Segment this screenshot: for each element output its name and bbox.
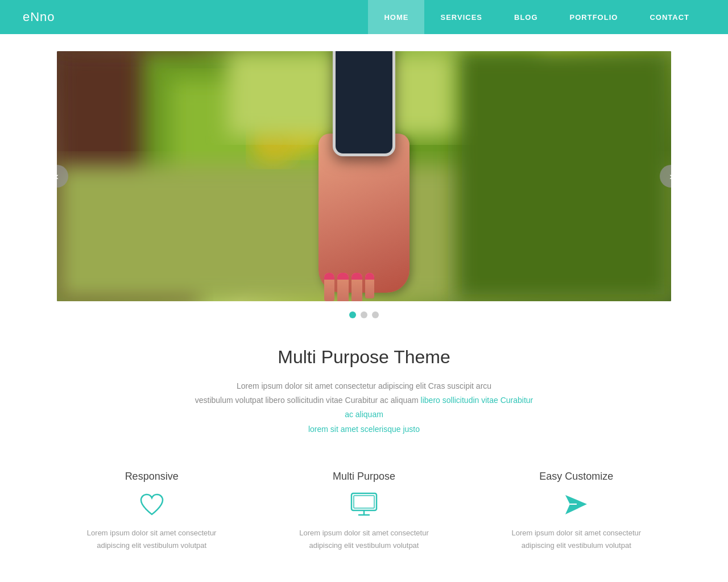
svg-rect-4: [455, 51, 671, 301]
nav-portfolio[interactable]: PORTFOLIO: [554, 0, 634, 34]
feature-customize: Easy Customize Lorem ipsum dolor sit ame…: [470, 471, 682, 552]
slider-dot-1[interactable]: [349, 311, 356, 318]
main-description: Lorem ipsum dolor sit amet consectetur a…: [193, 379, 535, 436]
main-content: Multi Purpose Theme Lorem ipsum dolor si…: [0, 318, 728, 454]
chevron-right-icon: ›: [669, 171, 671, 182]
main-title: Multi Purpose Theme: [23, 347, 705, 368]
nav-services[interactable]: SERVICES: [424, 0, 498, 34]
feature-responsive-title: Responsive: [125, 471, 179, 483]
slider-dots: [57, 311, 671, 318]
feature-multipurpose: Multi Purpose Lorem ipsum dolor sit amet…: [258, 471, 470, 552]
features-section: Responsive Lorem ipsum dolor sit amet co…: [0, 454, 728, 563]
send-icon: [562, 490, 590, 519]
chevron-left-icon: ‹: [57, 171, 59, 182]
nav-contact[interactable]: CONTACT: [634, 0, 705, 34]
slider-dot-2[interactable]: [361, 311, 367, 318]
nav-home[interactable]: HOME: [368, 0, 424, 34]
monitor-icon: [350, 490, 378, 519]
navbar: eNno HOME SERVICES BLOG PORTFOLIO CONTAC…: [0, 0, 728, 34]
feature-customize-desc: Lorem ipsum dolor sit amet consectetur a…: [497, 527, 656, 552]
logo: eNno: [23, 10, 55, 24]
nav-blog[interactable]: BLOG: [498, 0, 554, 34]
feature-multipurpose-desc: Lorem ipsum dolor sit amet consectetur a…: [284, 527, 444, 552]
slider-dot-3[interactable]: [372, 311, 379, 318]
feature-customize-title: Easy Customize: [539, 471, 613, 483]
slider-image: [57, 51, 671, 301]
slider-container: ‹ ›: [57, 51, 671, 301]
feature-multipurpose-title: Multi Purpose: [333, 471, 395, 483]
nav-links: HOME SERVICES BLOG PORTFOLIO CONTACT: [368, 0, 705, 34]
hero-slider: ‹ ›: [57, 51, 671, 318]
feature-responsive: Responsive Lorem ipsum dolor sit amet co…: [46, 471, 258, 552]
heart-icon: [138, 490, 166, 519]
feature-responsive-desc: Lorem ipsum dolor sit amet consectetur a…: [72, 527, 231, 552]
svg-rect-9: [354, 496, 374, 508]
